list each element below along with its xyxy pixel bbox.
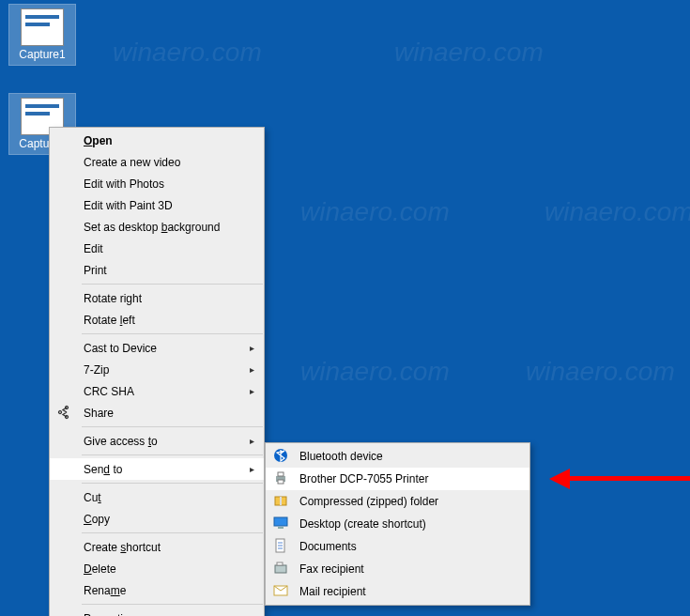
menu-item-edit-with-photos[interactable]: Edit with Photos [50, 173, 264, 194]
submenu-item-bluetooth-device[interactable]: Bluetooth device [266, 445, 529, 468]
submenu-item-label: Compressed (zipped) folder [299, 495, 438, 508]
menu-item-label: Delete [84, 562, 116, 576]
svg-rect-7 [278, 527, 284, 529]
menu-item-cut[interactable]: Cut [50, 486, 264, 508]
submenu-item-fax-recipient[interactable]: Fax recipient [266, 558, 529, 580]
menu-item-cast-to-device[interactable]: Cast to Device [50, 337, 264, 359]
fax-icon [273, 561, 288, 576]
menu-item-label: Cast to Device [84, 342, 157, 355]
menu-item-label: Open [84, 134, 113, 147]
menu-item-edit[interactable]: Edit [50, 238, 264, 259]
menu-item-send-to[interactable]: Send to [50, 458, 264, 480]
menu-item-label: Print [84, 264, 107, 277]
menu-item-label: Send to [84, 463, 122, 476]
menu-item-label: Edit with Photos [84, 177, 164, 191]
annotation-arrow [549, 469, 690, 487]
menu-item-label: CRC SHA [84, 385, 134, 398]
submenu-item-desktop-create-shortcut-[interactable]: Desktop (create shortcut) [266, 513, 529, 535]
desktop[interactable]: winaero.com winaero.com winaero.com wina… [0, 0, 690, 616]
menu-item-label: Set as desktop background [84, 221, 220, 234]
svg-rect-6 [274, 517, 287, 526]
menu-separator [82, 454, 263, 455]
context-menu: OpenCreate a new videoEdit with PhotosEd… [49, 127, 265, 616]
bluetooth-icon [273, 448, 288, 463]
menu-item-copy[interactable]: Copy [50, 508, 264, 530]
submenu-item-label: Mail recipient [299, 585, 366, 598]
menu-item-rename[interactable]: Rename [50, 579, 264, 601]
svg-rect-3 [278, 480, 284, 484]
menu-item-delete[interactable]: Delete [50, 558, 264, 579]
menu-item-label: Rename [84, 584, 126, 597]
menu-separator [82, 483, 263, 484]
menu-item-label: Edit [84, 242, 103, 255]
file-thumb-icon [21, 8, 64, 46]
menu-item-rotate-right[interactable]: Rotate right [50, 287, 264, 309]
menu-item-print[interactable]: Print [50, 259, 264, 281]
submenu-item-label: Bluetooth device [299, 450, 383, 463]
submenu-item-label: Fax recipient [299, 562, 364, 576]
submenu-item-label: Desktop (create shortcut) [299, 517, 426, 531]
icon-label: Capture1 [9, 48, 75, 65]
watermark: winaero.com [394, 38, 544, 68]
submenu-item-compressed-zipped-folder[interactable]: Compressed (zipped) folder [266, 490, 529, 513]
mail-icon [273, 583, 288, 598]
menu-item-label: Cut [84, 491, 101, 504]
menu-item-label: Rotate right [84, 292, 142, 305]
menu-item-label: Copy [84, 513, 110, 526]
svg-rect-12 [275, 565, 286, 573]
menu-item-give-access-to[interactable]: Give access to [50, 430, 264, 452]
sendto-submenu: Bluetooth deviceBrother DCP-7055 Printer… [265, 442, 530, 606]
menu-item-7-zip[interactable]: 7-Zip [50, 359, 264, 380]
watermark: winaero.com [113, 38, 262, 68]
desktop-icon [273, 516, 288, 531]
menu-item-set-as-desktop-background[interactable]: Set as desktop background [50, 216, 264, 238]
menu-item-properties[interactable]: Properties [50, 608, 264, 616]
watermark: winaero.com [526, 357, 675, 387]
menu-separator [82, 604, 263, 605]
menu-item-rotate-left[interactable]: Rotate left [50, 309, 264, 331]
desktop-icon-capture1[interactable]: Capture1 [9, 5, 75, 65]
menu-item-label: Share [84, 407, 114, 420]
svg-rect-2 [278, 472, 284, 476]
arrow-head-icon [549, 469, 570, 489]
menu-separator [82, 426, 263, 427]
printer-icon [273, 470, 288, 485]
watermark: winaero.com [544, 197, 690, 227]
watermark: winaero.com [300, 197, 450, 227]
menu-separator [82, 333, 263, 334]
share-icon [57, 405, 72, 420]
svg-rect-5 [280, 497, 282, 505]
menu-item-label: 7-Zip [84, 363, 109, 377]
submenu-item-brother-dcp-7055-printer[interactable]: Brother DCP-7055 Printer [266, 468, 529, 490]
zip-icon [273, 493, 288, 508]
watermark: winaero.com [300, 357, 450, 387]
submenu-item-documents[interactable]: Documents [266, 535, 529, 558]
submenu-item-label: Documents [299, 540, 357, 553]
menu-item-label: Properties [84, 612, 135, 617]
doc-icon [273, 538, 288, 553]
arrow-shaft [568, 476, 690, 481]
menu-item-label: Rotate left [84, 314, 135, 327]
menu-separator [82, 284, 263, 285]
menu-item-label: Create shortcut [84, 541, 161, 554]
menu-item-create-a-new-video[interactable]: Create a new video [50, 151, 264, 173]
menu-separator [82, 532, 263, 533]
submenu-item-label: Brother DCP-7055 Printer [299, 472, 428, 485]
menu-item-crc-sha[interactable]: CRC SHA [50, 380, 264, 402]
svg-rect-13 [277, 562, 283, 565]
submenu-item-mail-recipient[interactable]: Mail recipient [266, 580, 529, 603]
menu-item-open[interactable]: Open [50, 130, 264, 151]
menu-item-label: Edit with Paint 3D [84, 199, 173, 212]
menu-item-label: Give access to [84, 435, 158, 448]
menu-item-label: Create a new video [84, 156, 180, 169]
menu-item-edit-with-paint-3d[interactable]: Edit with Paint 3D [50, 194, 264, 216]
menu-item-share[interactable]: Share [50, 402, 264, 424]
menu-item-create-shortcut[interactable]: Create shortcut [50, 536, 264, 558]
